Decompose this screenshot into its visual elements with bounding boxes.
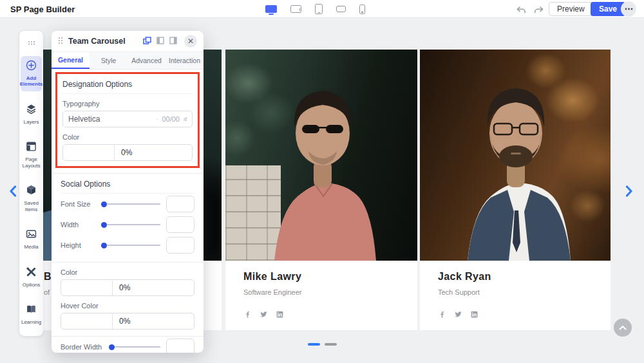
sidebar-item-media[interactable]: Media	[21, 225, 42, 254]
dock-right-icon[interactable]	[169, 35, 177, 47]
font-size-label: Font Size	[61, 200, 102, 208]
sidebar-item-label: Add Elements	[20, 75, 43, 88]
duplicate-panel-icon[interactable]	[143, 35, 151, 47]
font-size-row: Font Size	[61, 194, 194, 214]
sidebar-item-options[interactable]: Options	[21, 263, 42, 292]
close-icon[interactable]: ✕	[184, 35, 197, 48]
twitter-icon[interactable]	[454, 310, 462, 319]
designation-options-highlight: Designation Options Typography Helvetica…	[55, 72, 200, 168]
book-icon	[26, 304, 37, 317]
tablet-landscape-device-icon[interactable]	[290, 5, 301, 13]
width-label: Width	[61, 221, 102, 228]
panel-tabs: General Style Advanced Interaction	[52, 52, 204, 70]
font-size-input[interactable]	[166, 196, 194, 212]
height-row: Height	[61, 235, 194, 256]
sidebar-item-label: Learning	[21, 319, 41, 326]
team-photo	[420, 50, 611, 261]
sidebar-drag-handle-icon[interactable]	[28, 36, 35, 48]
border-width-input[interactable]	[166, 339, 194, 353]
panel-header: Team Carousel ✕	[52, 31, 204, 52]
height-label: Height	[61, 241, 102, 249]
carousel-prev-arrow-icon[interactable]	[9, 185, 17, 197]
font-counter: 00/00	[162, 115, 180, 123]
color-swatch[interactable]	[61, 313, 113, 329]
pagination-bar[interactable]	[325, 343, 337, 346]
font-separator: ·	[156, 116, 158, 123]
panel-title: Team Carousel	[68, 37, 143, 46]
sidebar-item-add-elements[interactable]: Add Elements	[21, 56, 42, 91]
font-family-value: Helvetica	[68, 115, 153, 124]
cube-icon	[26, 185, 37, 198]
section-divider	[52, 262, 204, 263]
hover-color-picker[interactable]: 0%	[61, 313, 194, 330]
tab-interaction[interactable]: Interaction	[166, 52, 204, 69]
social-options-heading: Social Options	[61, 174, 194, 194]
pagination-bar-active[interactable]	[308, 343, 320, 346]
layers-icon	[26, 104, 37, 117]
border-width-label: Border Width	[61, 343, 109, 351]
undo-icon[interactable]	[516, 5, 526, 17]
member-role: Tech Support	[438, 288, 611, 296]
sidebar-item-page-layouts[interactable]: Page Layouts	[21, 137, 42, 172]
linkedin-icon[interactable]	[470, 310, 478, 319]
color-opacity-value: 0%	[115, 145, 192, 160]
team-card: Jack Ryan Tech Support	[420, 50, 611, 330]
more-options-button[interactable]	[621, 1, 636, 17]
carousel-pagination	[308, 343, 337, 346]
plus-circle-icon	[26, 60, 37, 73]
width-row: Width	[61, 214, 194, 235]
typography-label: Typography	[62, 100, 193, 107]
color-opacity-value: 0%	[113, 280, 194, 295]
app-title: SP Page Builder	[10, 5, 75, 14]
sidebar-item-label: Options	[23, 282, 41, 288]
linkedin-icon[interactable]	[276, 310, 284, 319]
scroll-to-top-button[interactable]	[614, 319, 632, 337]
border-width-slider[interactable]	[109, 346, 160, 348]
width-input[interactable]	[166, 216, 194, 233]
designation-options-heading: Designation Options	[62, 74, 193, 94]
social-color-label: Color	[61, 268, 194, 276]
responsive-device-switcher	[265, 0, 365, 18]
redo-icon[interactable]	[534, 5, 544, 17]
facebook-icon[interactable]	[438, 310, 446, 319]
hover-color-label: Hover Color	[61, 302, 194, 310]
carousel-next-arrow-icon[interactable]	[625, 185, 633, 197]
desktop-device-icon[interactable]	[265, 5, 277, 13]
font-size-slider[interactable]	[102, 203, 160, 205]
color-opacity-value: 0%	[113, 313, 194, 329]
save-button[interactable]: Save	[591, 2, 625, 16]
panel-drag-handle-icon[interactable]	[58, 35, 63, 47]
tablet-portrait-device-icon[interactable]	[315, 4, 323, 14]
topbar: SP Page Builder Preview Save	[0, 0, 644, 18]
sidebar-item-label: Media	[24, 244, 39, 250]
sidebar-item-label: Page Layouts	[21, 156, 41, 169]
height-slider[interactable]	[102, 245, 160, 246]
height-input[interactable]	[166, 237, 194, 254]
sidebar-item-learning[interactable]: Learning	[21, 300, 42, 330]
tab-style[interactable]: Style	[90, 52, 128, 69]
phone-landscape-device-icon[interactable]	[336, 6, 346, 12]
tab-general[interactable]: General	[52, 52, 90, 69]
member-role: Software Engineer	[243, 288, 417, 296]
width-slider[interactable]	[102, 224, 160, 225]
facebook-icon[interactable]	[243, 310, 252, 319]
color-swatch[interactable]	[63, 145, 115, 160]
designation-color-picker[interactable]: 0%	[62, 144, 193, 161]
sidebar-item-label: Saved Items	[21, 200, 41, 212]
twitter-icon[interactable]	[260, 310, 268, 319]
dock-left-icon[interactable]	[156, 35, 164, 47]
person-illustration	[420, 50, 611, 261]
tab-advanced[interactable]: Advanced	[128, 52, 166, 69]
social-color-picker[interactable]: 0%	[61, 279, 194, 296]
member-name: Mike Lawry	[243, 271, 417, 283]
person-illustration	[225, 50, 417, 261]
phone-portrait-device-icon[interactable]	[359, 5, 365, 14]
sidebar-item-label: Layers	[23, 119, 39, 126]
preview-button[interactable]: Preview	[549, 2, 593, 16]
sidebar-item-layers[interactable]: Layers	[21, 100, 42, 129]
sidebar-item-saved-items[interactable]: Saved Items	[21, 181, 42, 216]
tools-icon	[26, 266, 37, 280]
color-swatch[interactable]	[61, 280, 113, 295]
media-image-icon	[26, 228, 37, 242]
typography-font-select[interactable]: Helvetica · 00/00 ıt	[62, 111, 193, 127]
